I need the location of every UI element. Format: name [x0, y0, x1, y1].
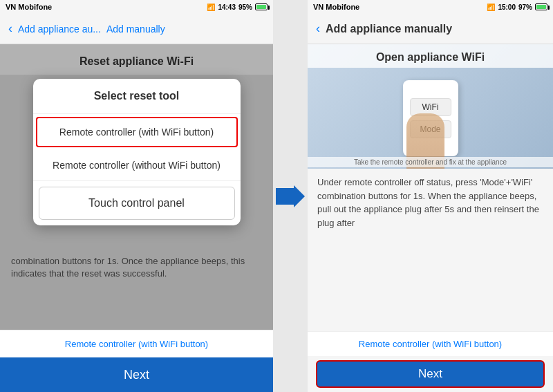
left-link-bar: Remote controller (with WiFi button)	[0, 330, 273, 357]
option-remote-without-wifi[interactable]: Remote controller (without WiFi button)	[33, 150, 241, 181]
left-battery-percent: 95%	[238, 3, 252, 11]
right-back-button[interactable]: ‹	[316, 21, 320, 36]
left-carrier: VN Mobifone	[6, 3, 52, 11]
modal-overlay: Select reset tool Remote controller (wit…	[0, 44, 273, 330]
select-reset-tool-modal: Select reset tool Remote controller (wit…	[33, 79, 241, 225]
right-screen: VN Mobifone 📶 15:00 97% ‹ Add appliance …	[308, 0, 553, 392]
right-next-button[interactable]: Next	[316, 360, 545, 388]
left-nav-title-manual[interactable]: Add manually	[106, 24, 165, 35]
right-link-bar: Remote controller (with WiFi button)	[308, 331, 553, 356]
left-main-content: Reset appliance Wi-Fi combination button…	[0, 44, 273, 330]
right-status-bar: VN Mobifone 📶 15:00 97%	[308, 0, 553, 14]
modal-title: Select reset tool	[33, 79, 241, 114]
left-next-button[interactable]: Next	[0, 357, 273, 392]
right-nav-title: Add appliance manually	[326, 23, 452, 35]
left-wifi-icon: 📶	[207, 3, 215, 11]
right-link-label[interactable]: Remote controller (with WiFi button)	[359, 339, 502, 349]
image-caption: Take the remote controller and fix at th…	[308, 157, 553, 167]
left-nav-title-auto: Add appliance au...	[18, 24, 101, 35]
left-status-bar: VN Mobifone 📶 14:43 95%	[0, 0, 273, 14]
right-time: 15:00	[498, 3, 516, 11]
right-battery-icon	[535, 3, 547, 10]
right-battery-percent: 97%	[518, 3, 532, 11]
right-arrow-icon	[276, 185, 305, 207]
left-link-label[interactable]: Remote controller (with WiFi button)	[65, 339, 208, 349]
right-instructions: Under remote controller off status, pres…	[308, 169, 553, 331]
left-battery-icon	[255, 3, 268, 10]
arrow-container	[273, 0, 308, 392]
left-nav-bar: ‹ Add appliance au... Add manually	[0, 14, 273, 44]
left-time: 14:43	[218, 3, 236, 11]
svg-marker-0	[276, 185, 305, 207]
right-next-btn-container: Next	[308, 356, 553, 392]
option-touch-panel[interactable]: Touch control panel	[39, 187, 235, 220]
option-remote-with-wifi[interactable]: Remote controller (with WiFi button)	[36, 117, 238, 147]
open-wifi-title: Open appliance WiFi	[308, 44, 553, 68]
right-carrier: VN Mobifone	[313, 3, 359, 11]
remote-visual: WiFi Mode	[403, 68, 458, 169]
right-nav-bar: ‹ Add appliance manually	[308, 14, 553, 44]
left-back-button[interactable]: ‹	[8, 21, 12, 36]
right-wifi-icon: 📶	[487, 3, 495, 11]
left-screen: VN Mobifone 📶 14:43 95% ‹ Add appliance …	[0, 0, 273, 392]
appliance-image-container: Open appliance WiFi WiFi Mode Take the r…	[308, 44, 553, 169]
